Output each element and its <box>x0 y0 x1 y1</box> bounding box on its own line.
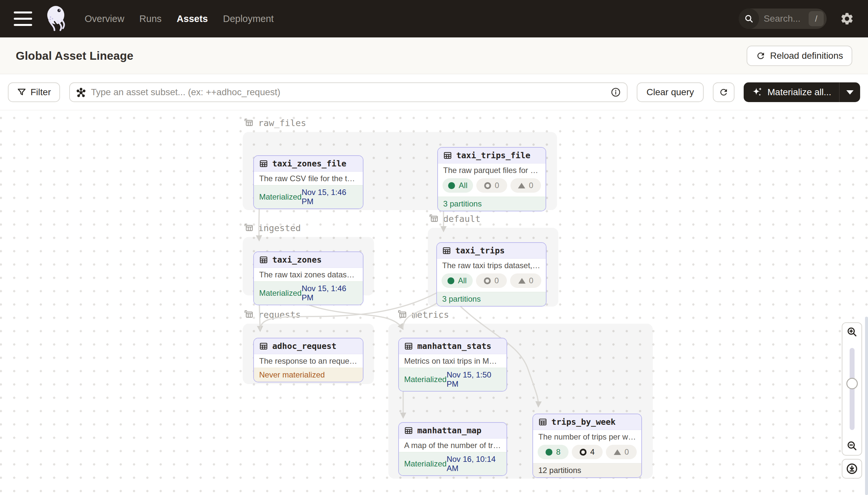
zoom-out-button[interactable] <box>842 437 862 456</box>
status-badge: Materialized <box>259 192 301 202</box>
asset-node-manhattan-stats[interactable]: manhattan_stats Metrics on taxi trips in… <box>398 338 507 392</box>
asset-node-taxi-trips[interactable]: taxi_trips The raw taxi trips dataset, l… <box>436 242 547 307</box>
settings-gear-icon[interactable] <box>840 12 854 26</box>
materialization-timestamp[interactable]: Nov 15, 1:50 PM <box>446 370 501 389</box>
zoom-out-icon <box>846 440 858 452</box>
tab-overview[interactable]: Overview <box>85 14 124 24</box>
asset-description: Metrics on taxi trips in Manhattan <box>399 354 507 368</box>
asset-node-adhoc-request[interactable]: adhoc_request The response to an request… <box>253 338 364 382</box>
partitions-failed-pill[interactable]: 0 <box>476 178 507 193</box>
asset-name: manhattan_stats <box>417 341 491 351</box>
asset-name: adhoc_request <box>272 341 337 351</box>
search-icon <box>739 8 759 29</box>
vertical-scrollbar[interactable] <box>865 317 868 495</box>
search-shortcut-badge: / <box>809 11 824 26</box>
asset-group-icon <box>428 214 439 224</box>
group-label-metrics[interactable]: metrics <box>397 309 449 320</box>
partitions-missing-pill[interactable]: 0 <box>510 273 541 288</box>
asset-description: The raw taxi zones dataset, loaded int..… <box>254 268 363 281</box>
zoom-slider-thumb[interactable] <box>846 378 858 389</box>
materialize-options-caret[interactable] <box>839 82 860 102</box>
download-image-button[interactable] <box>842 459 862 479</box>
tab-assets[interactable]: Assets <box>177 14 208 24</box>
global-search[interactable]: / <box>739 8 827 29</box>
dagster-logo-icon[interactable] <box>45 5 70 33</box>
partitions-failed-pill[interactable]: 0 <box>476 273 507 288</box>
asset-node-trips-by-week[interactable]: trips_by_week The number of trips per we… <box>532 414 642 478</box>
asset-description: The raw taxi trips dataset, loaded into … <box>437 259 546 272</box>
filled-dot-icon <box>447 277 454 284</box>
partitions-materialized-pill[interactable]: All <box>442 273 473 288</box>
asset-name: taxi_zones <box>272 255 322 264</box>
asset-subset-input-wrap <box>69 82 627 102</box>
group-name: metrics <box>412 309 449 320</box>
group-label-raw-files[interactable]: raw_files <box>243 118 306 128</box>
asset-subset-input[interactable] <box>91 87 606 98</box>
page-header: Global Asset Lineage Reload definitions <box>0 37 868 74</box>
partitions-count: 3 partitions <box>443 199 482 208</box>
group-name: default <box>443 214 481 224</box>
asset-node-manhattan-map[interactable]: manhattan_map A map of the number of tri… <box>398 422 507 476</box>
clear-query-button[interactable]: Clear query <box>637 82 704 102</box>
menu-icon[interactable] <box>14 12 33 26</box>
asset-name: taxi_trips_file <box>456 151 530 160</box>
partitions-count: 12 partitions <box>538 466 581 475</box>
partitions-missing-pill[interactable]: 0 <box>606 445 637 459</box>
top-nav: Overview Runs Assets Deployment / <box>0 0 868 37</box>
table-icon <box>404 426 413 435</box>
page-title: Global Asset Lineage <box>16 49 134 62</box>
asset-graph-icon <box>76 87 86 98</box>
nav-tabs: Overview Runs Assets Deployment <box>85 14 273 24</box>
asset-description: The raw parquet files for the taxi trips… <box>438 164 546 177</box>
partitions-materialized-pill[interactable]: 8 <box>538 445 568 459</box>
filled-dot-icon <box>448 182 455 189</box>
group-label-default[interactable]: default <box>428 214 481 224</box>
asset-node-taxi-zones-file[interactable]: taxi_zones_file The raw CSV file for the… <box>253 155 364 209</box>
filled-dot-icon <box>546 449 552 456</box>
triangle-icon <box>614 449 621 455</box>
asset-group-icon <box>397 309 407 320</box>
info-icon[interactable] <box>610 87 621 98</box>
ring-icon <box>580 449 587 456</box>
status-badge: Materialized <box>404 375 446 384</box>
status-badge: Materialized <box>259 289 301 298</box>
ring-icon <box>484 182 491 189</box>
filter-button[interactable]: Filter <box>8 82 60 102</box>
partitions-failed-pill[interactable]: 4 <box>572 445 603 459</box>
funnel-icon <box>17 88 26 97</box>
table-icon <box>259 342 268 351</box>
asset-name: manhattan_map <box>417 426 482 435</box>
partitions-missing-pill[interactable]: 0 <box>510 178 541 193</box>
asset-description: A map of the number of trips per taxi z.… <box>399 439 507 452</box>
triangle-icon <box>518 278 526 284</box>
lineage-toolbar: Filter Clear query Materialize all.. <box>0 74 868 110</box>
asset-name: taxi_zones_file <box>272 159 347 168</box>
refresh-icon <box>756 51 766 61</box>
chevron-down-icon <box>846 90 854 95</box>
partitions-materialized-pill[interactable]: All <box>443 178 473 193</box>
materialization-timestamp[interactable]: Nov 15, 1:46 PM <box>301 188 358 206</box>
asset-description: The number of trips per week, aggreg... <box>533 430 641 443</box>
group-name: ingested <box>258 223 301 233</box>
ring-icon <box>484 277 491 284</box>
materialize-all-button[interactable]: Materialize all... <box>744 82 860 102</box>
zoom-in-button[interactable] <box>842 322 862 341</box>
tab-runs[interactable]: Runs <box>139 14 162 24</box>
reload-definitions-button[interactable]: Reload definitions <box>747 46 852 66</box>
tab-deployment[interactable]: Deployment <box>223 14 274 24</box>
group-name: requests <box>258 309 301 320</box>
search-input[interactable] <box>759 14 809 24</box>
asset-node-taxi-zones[interactable]: taxi_zones The raw taxi zones dataset, l… <box>253 252 364 305</box>
group-label-requests[interactable]: requests <box>243 309 301 320</box>
zoom-in-icon <box>846 326 858 338</box>
materialization-timestamp[interactable]: Nov 16, 10:14 AM <box>446 455 501 473</box>
table-icon <box>259 159 268 168</box>
materialization-timestamp[interactable]: Nov 15, 1:46 PM <box>301 284 358 302</box>
asset-node-taxi-trips-file[interactable]: taxi_trips_file The raw parquet files fo… <box>437 147 546 211</box>
refresh-graph-button[interactable] <box>713 82 734 102</box>
table-icon <box>538 417 547 426</box>
lineage-canvas[interactable]: raw_files ingested default requests metr… <box>0 110 868 495</box>
refresh-icon <box>719 87 729 97</box>
table-icon <box>443 151 452 160</box>
group-label-ingested[interactable]: ingested <box>243 223 301 233</box>
